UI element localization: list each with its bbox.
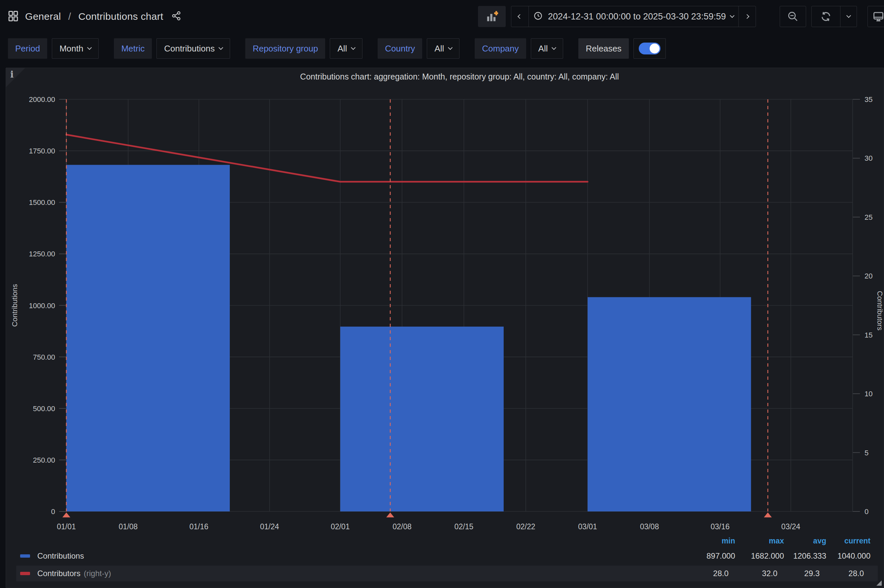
left-axis-tick-label: 2000.00 bbox=[29, 95, 55, 104]
right-axis-tick-label: 10 bbox=[864, 390, 872, 398]
time-range-button[interactable]: 2024-12-31 00:00:00 to 2025-03-30 23:59:… bbox=[528, 6, 738, 27]
x-axis-tick-label: 02/01 bbox=[331, 522, 350, 531]
legend-row-contributors[interactable]: Contributors (right-y) 28.0 32.0 29.3 28… bbox=[16, 566, 878, 581]
period-select[interactable]: Month bbox=[52, 38, 99, 59]
release-annotation-marker[interactable] bbox=[764, 513, 772, 518]
right-axis-tick-label: 25 bbox=[864, 213, 872, 221]
right-axis-tick-label: 5 bbox=[864, 449, 869, 457]
legend-stats-header: min max avg current bbox=[6, 536, 884, 546]
legend-label[interactable]: Contributors bbox=[37, 569, 81, 578]
x-axis-tick-label: 01/24 bbox=[260, 522, 279, 531]
breadcrumb-section[interactable]: General bbox=[25, 11, 61, 22]
toggle-knob bbox=[650, 44, 660, 54]
dashboards-grid-icon[interactable] bbox=[7, 10, 19, 23]
metric-value: Contributions bbox=[164, 44, 215, 54]
stat-current: 1040.000 bbox=[785, 551, 870, 561]
x-axis-tick-label: 02/08 bbox=[392, 522, 412, 531]
chevron-down-icon bbox=[448, 45, 453, 50]
filter-label-repository-group: Repository group bbox=[245, 38, 325, 59]
right-axis-tick-label: 20 bbox=[864, 272, 872, 280]
zoom-out-time-button[interactable] bbox=[780, 6, 806, 27]
kiosk-mode-button[interactable] bbox=[867, 6, 884, 27]
share-icon[interactable] bbox=[171, 11, 181, 22]
filter-bar: Period Month Metric Contributions Reposi… bbox=[8, 38, 666, 59]
right-axis-tick-label: 30 bbox=[864, 154, 872, 162]
legend-swatch-contributions bbox=[20, 554, 30, 558]
time-range-text: 2024-12-31 00:00:00 to 2025-03-30 23:59:… bbox=[544, 12, 731, 22]
country-value: All bbox=[434, 44, 444, 54]
chevron-down-icon bbox=[730, 13, 734, 18]
filter-label-country: Country bbox=[378, 38, 422, 59]
release-annotation-marker[interactable] bbox=[62, 513, 70, 518]
time-range-picker: 2024-12-31 00:00:00 to 2025-03-30 23:59:… bbox=[511, 6, 756, 27]
chevron-down-icon bbox=[846, 13, 851, 18]
legend-row-contributions[interactable]: Contributions 897.000 1682.000 1206.333 … bbox=[6, 548, 884, 564]
left-axis-tick-label: 0 bbox=[51, 507, 55, 516]
x-axis-tick-label: 03/24 bbox=[781, 522, 800, 531]
refresh-button[interactable] bbox=[812, 6, 840, 27]
top-bar: General / Contributions chart bbox=[0, 0, 884, 33]
right-axis-title: Contributors bbox=[876, 291, 884, 331]
chart-plot-area[interactable]: 0250.00500.00750.001000.001250.001500.00… bbox=[6, 68, 884, 588]
x-axis-tick-label: 02/22 bbox=[516, 522, 536, 531]
x-axis-tick-label: 03/16 bbox=[711, 522, 730, 531]
repository-group-select[interactable]: All bbox=[330, 38, 362, 59]
left-axis-tick-label: 1750.00 bbox=[29, 147, 55, 155]
refresh-icon bbox=[820, 11, 831, 22]
stat-header-current[interactable]: current bbox=[785, 537, 870, 545]
company-select[interactable]: All bbox=[531, 38, 563, 59]
metric-select[interactable]: Contributions bbox=[156, 38, 230, 59]
x-axis-tick-label: 03/01 bbox=[578, 522, 597, 531]
x-axis-tick-label: 01/16 bbox=[189, 522, 209, 531]
period-value: Month bbox=[59, 44, 83, 54]
left-axis-tick-label: 1000.00 bbox=[29, 302, 55, 310]
monitor-icon bbox=[872, 10, 884, 22]
add-panel-button[interactable] bbox=[478, 6, 506, 27]
refresh-interval-dropdown[interactable] bbox=[840, 6, 857, 27]
chevron-down-icon bbox=[552, 45, 556, 50]
contributions-chart-panel: i Contributions chart: aggregation: Mont… bbox=[6, 68, 884, 588]
country-select[interactable]: All bbox=[427, 38, 459, 59]
chevron-left-icon bbox=[518, 14, 522, 19]
bar-01/01[interactable] bbox=[66, 165, 230, 512]
left-axis-tick-label: 1250.00 bbox=[29, 250, 55, 258]
legend-label-suffix: (right-y) bbox=[84, 569, 111, 578]
legend-label[interactable]: Contributions bbox=[37, 551, 84, 561]
breadcrumb: General / Contributions chart bbox=[7, 0, 181, 33]
x-axis-tick-label: 01/08 bbox=[119, 522, 138, 531]
chevron-down-icon bbox=[87, 45, 92, 50]
x-axis-tick-label: 01/01 bbox=[57, 522, 76, 531]
stat-current: 28.0 bbox=[778, 569, 864, 578]
x-axis-tick-label: 02/15 bbox=[455, 522, 474, 531]
breadcrumb-separator: / bbox=[67, 11, 72, 22]
left-axis-tick-label: 500.00 bbox=[33, 405, 55, 413]
filter-label-company: Company bbox=[475, 38, 526, 59]
left-axis-tick-label: 1500.00 bbox=[29, 198, 55, 207]
right-axis-tick-label: 35 bbox=[864, 95, 872, 104]
releases-toggle[interactable] bbox=[639, 43, 660, 54]
refresh-controls bbox=[811, 6, 857, 27]
chevron-down-icon bbox=[351, 45, 356, 50]
clock-icon bbox=[533, 11, 543, 22]
filter-label-metric: Metric bbox=[114, 38, 152, 59]
chevron-down-icon bbox=[219, 45, 223, 50]
panel-resize-handle[interactable] bbox=[876, 580, 882, 586]
legend-swatch-contributors bbox=[20, 572, 30, 575]
company-value: All bbox=[538, 44, 548, 54]
bar-03/01[interactable] bbox=[588, 297, 751, 512]
time-shift-back-button[interactable] bbox=[511, 6, 528, 27]
left-axis-tick-label: 750.00 bbox=[33, 353, 55, 362]
x-axis-tick-label: 03/08 bbox=[640, 522, 659, 531]
releases-toggle-container bbox=[633, 38, 666, 59]
release-annotation-marker[interactable] bbox=[386, 513, 394, 518]
left-axis-tick-label: 250.00 bbox=[33, 456, 55, 464]
time-shift-forward-button[interactable] bbox=[738, 6, 756, 27]
right-axis-tick-label: 0 bbox=[864, 507, 869, 516]
zoom-out-icon bbox=[787, 11, 798, 22]
breadcrumb-page-title: Contributions chart bbox=[78, 11, 164, 22]
left-axis-title: Contributions bbox=[11, 284, 19, 327]
releases-label: Releases bbox=[578, 38, 629, 59]
bar-02/01[interactable] bbox=[340, 327, 504, 512]
right-axis-tick-label: 15 bbox=[864, 331, 872, 339]
repository-group-value: All bbox=[337, 44, 347, 54]
